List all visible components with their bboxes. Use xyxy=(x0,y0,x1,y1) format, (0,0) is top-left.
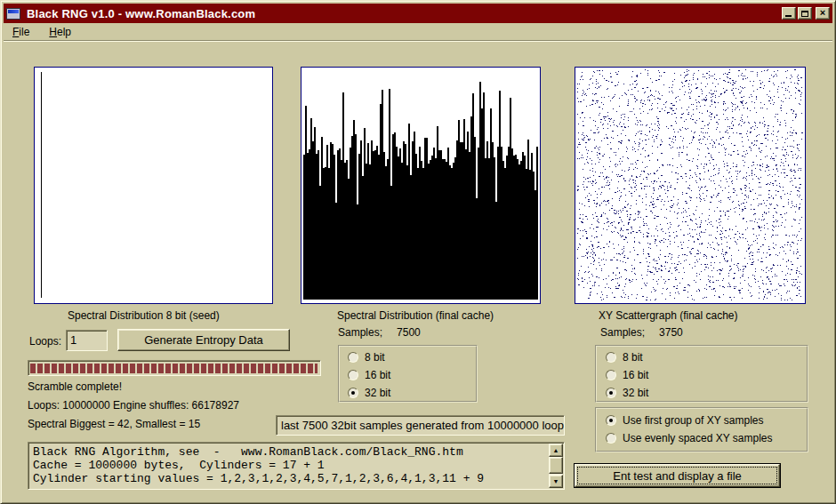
scattergraph-panel xyxy=(575,67,806,304)
title-bar[interactable]: Black RNG v1.0 - www.RomanBlack.com × xyxy=(4,4,832,23)
minimize-button[interactable] xyxy=(782,7,796,20)
scatter-32bit-label: 32 bit xyxy=(623,387,648,399)
close-icon: × xyxy=(820,8,825,18)
spectral-8bit-label: 8 bit xyxy=(365,351,385,364)
xy-first-group-option[interactable]: Use first group of XY samples xyxy=(606,414,764,427)
menu-file[interactable]: File xyxy=(10,24,32,40)
radio-icon xyxy=(606,352,616,363)
radio-icon xyxy=(606,433,616,444)
close-button[interactable]: × xyxy=(816,7,830,20)
spectral-32bit-label: 32 bit xyxy=(365,387,390,399)
log-text: Black RNG Algorithm, see - www.RomanBlac… xyxy=(33,445,546,487)
maximize-button[interactable] xyxy=(798,7,812,20)
scatter-16bit-label: 16 bit xyxy=(623,369,648,381)
ent-test-label: Ent test and display a file xyxy=(613,469,742,483)
scroll-down-icon[interactable]: ▼ xyxy=(549,475,563,488)
xy-first-group-label: Use first group of XY samples xyxy=(623,414,764,427)
scatter-8bit-label: 8 bit xyxy=(623,351,643,364)
radio-icon xyxy=(606,370,616,380)
scramble-status: Scramble complete! xyxy=(28,380,122,393)
spectral-chart xyxy=(301,68,540,303)
ent-test-button[interactable]: Ent test and display a file xyxy=(575,464,780,487)
app-window: Black RNG v1.0 - www.RomanBlack.com × Fi… xyxy=(0,0,836,504)
scatter-caption: XY Scattergraph (final cache) xyxy=(599,309,738,322)
seed-spectral-chart xyxy=(35,68,272,303)
spectral-32bit-option[interactable]: 32 bit xyxy=(348,387,390,399)
scatter-8bit-option[interactable]: 8 bit xyxy=(606,351,643,364)
spectral-16bit-option[interactable]: 16 bit xyxy=(348,369,390,381)
progress-bar xyxy=(28,360,321,376)
spectral-samples-label: Samples; xyxy=(338,326,382,339)
spectral-samples-value: 7500 xyxy=(397,326,421,339)
window-title: Black RNG v1.0 - www.RomanBlack.com xyxy=(27,7,255,20)
scatter-samples-value: 3750 xyxy=(659,326,683,339)
menu-bar: File Help xyxy=(4,23,832,41)
loops-status: Loops: 10000000 Engine shuffles: 6617892… xyxy=(28,399,239,412)
seed-spectral-panel xyxy=(34,67,273,304)
scatter-samples-label: Samples; xyxy=(600,326,645,339)
scatter-32bit-option[interactable]: 32 bit xyxy=(606,387,648,399)
spectral-8bit-option[interactable]: 8 bit xyxy=(348,351,385,364)
menu-help[interactable]: Help xyxy=(46,24,74,40)
spectral-caption: Spectral Distribution (final cache) xyxy=(337,309,494,322)
scattergraph-chart xyxy=(575,68,805,303)
scroll-up-icon[interactable]: ▲ xyxy=(549,444,563,457)
spectral-panel xyxy=(301,67,541,304)
radio-selected-icon xyxy=(606,415,616,426)
maximize-icon xyxy=(801,11,808,17)
scatter-samples-line: Samples;3750 xyxy=(600,326,683,339)
radio-selected-icon xyxy=(348,388,358,398)
scatter-16bit-option[interactable]: 16 bit xyxy=(606,369,648,381)
log-scrollbar[interactable]: ▲ ▼ xyxy=(549,444,563,488)
seed-caption: Spectral Distribution 8 bit (seed) xyxy=(68,309,220,322)
loops-input[interactable]: 1 xyxy=(66,330,108,351)
button-focus-rect: Ent test and display a file xyxy=(577,467,777,484)
spectral-samples-line: Samples;7500 xyxy=(338,326,421,339)
radio-selected-icon xyxy=(606,388,616,398)
log-textarea[interactable]: Black RNG Algorithm, see - www.RomanBlac… xyxy=(28,442,565,490)
radio-icon xyxy=(348,352,358,363)
sample-info-field[interactable]: last 7500 32bit samples generated from 1… xyxy=(276,415,565,436)
xy-evenly-spaced-label: Use evenly spaced XY samples xyxy=(623,432,773,444)
generate-entropy-button[interactable]: Generate Entropy Data xyxy=(117,329,290,351)
radio-icon xyxy=(348,370,358,380)
spectral-status: Spectral Biggest = 42, Smallest = 15 xyxy=(28,418,200,430)
spectral-16bit-label: 16 bit xyxy=(365,369,390,381)
xy-evenly-spaced-option[interactable]: Use evenly spaced XY samples xyxy=(606,432,773,444)
app-icon[interactable] xyxy=(6,8,20,20)
scrollbar-thumb[interactable] xyxy=(549,457,563,474)
loops-label: Loops: xyxy=(29,335,61,348)
minimize-icon xyxy=(785,15,792,17)
